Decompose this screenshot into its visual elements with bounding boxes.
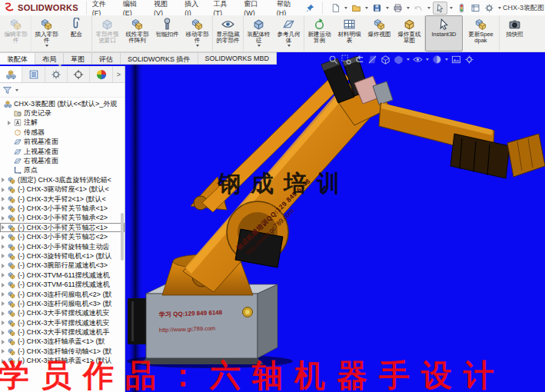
expand-arrow-icon[interactable] [2, 273, 5, 277]
tree-item-component[interactable]: (-) CHX-3小手臂关节轴芯<2> [0, 232, 125, 241]
dropdown-caret-icon[interactable] [45, 45, 48, 47]
assembly-features-button[interactable]: 装配体特征 [244, 15, 274, 52]
apply-scene-icon[interactable] [451, 55, 461, 65]
tree-item-origin[interactable]: 原点 [0, 166, 125, 175]
expand-arrow-icon[interactable] [2, 235, 5, 240]
panel-tab-display-manager[interactable] [90, 66, 112, 82]
tree-item-component[interactable]: (-) CHX-3小手臂关节轴承<1> [0, 204, 125, 213]
expand-arrow-icon[interactable] [2, 244, 5, 249]
hide-show-items-icon[interactable] [413, 55, 423, 65]
robot-assembly-model[interactable]: 学习 QQ:129 849 6148 http://www.gc789.com … [125, 52, 545, 392]
dropdown-caret-icon[interactable] [287, 45, 291, 47]
options-button[interactable] [483, 2, 496, 14]
expand-arrow-icon[interactable] [2, 216, 5, 221]
dropdown-caret-icon[interactable] [15, 89, 18, 91]
expand-arrow-icon[interactable] [2, 188, 5, 192]
update-speedpak-button[interactable]: 更新Speedpak [463, 15, 500, 52]
mate-button[interactable]: 配合 [61, 15, 92, 52]
pin-toolbar-icon[interactable] [306, 3, 314, 13]
tree-item-component[interactable]: (-) CHX-3大手臂摆线减速机安 [0, 318, 125, 327]
expand-arrow-icon[interactable] [2, 264, 5, 268]
command-tab[interactable]: 装配体 [0, 52, 35, 65]
tree-root-item[interactable]: CHX-3装配图 (默认<<默认>_外观 [0, 99, 125, 108]
end-effector-cap[interactable] [507, 134, 545, 177]
expand-arrow-icon[interactable] [2, 283, 5, 287]
tree-item-component[interactable]: (-) CHX-3小手臂旋转轴主动齿 [0, 242, 125, 251]
command-tab[interactable]: SOLIDWORKS MBD [198, 52, 277, 65]
command-tab[interactable]: 布局 [35, 52, 64, 65]
dropdown-caret-icon[interactable] [426, 58, 429, 61]
zoom-fit-icon[interactable] [328, 55, 338, 65]
panel-tab-feature-manager[interactable] [22, 66, 45, 82]
take-snapshot-button[interactable]: 拍快照 [500, 15, 530, 52]
command-tab[interactable]: SOLIDWORKS 插件 [121, 52, 198, 65]
expand-arrow-icon[interactable] [2, 301, 5, 306]
dropdown-caret-icon[interactable] [258, 45, 261, 47]
exploded-view-button[interactable]: 爆炸视图 [364, 15, 394, 52]
tree-scrollbar-thumb[interactable] [121, 213, 124, 261]
save-button[interactable] [371, 2, 384, 14]
dropdown-caret-icon[interactable] [407, 58, 410, 61]
end-effector[interactable] [450, 134, 510, 178]
view-settings-icon[interactable] [464, 55, 474, 65]
expand-arrow-icon[interactable] [2, 349, 5, 354]
rebuild-button[interactable] [455, 2, 468, 14]
robot-forearm[interactable] [379, 103, 545, 178]
tree-item-front-plane[interactable]: 前视基准面 [0, 138, 125, 147]
dropdown-caret-icon[interactable] [386, 7, 389, 9]
tree-item-component[interactable]: (-) CHX-3大手臂摆线减速机安 [0, 309, 125, 318]
new-motion-study-button[interactable]: 新建运动算例 [304, 15, 334, 52]
tree-item-component[interactable]: (-) CHX-3大手臂摆线减速机手 [0, 327, 125, 337]
explode-line-sketch-button[interactable]: 爆炸直线草图 [394, 15, 425, 52]
tree-item-component[interactable]: (-) CHX-3连杆伺服电机<2> (默 [0, 290, 125, 299]
expand-arrow-icon[interactable] [2, 292, 5, 297]
dropdown-caret-icon[interactable] [196, 45, 199, 47]
zoom-area-icon[interactable] [341, 55, 351, 65]
move-component-button[interactable]: 移动零部件 [182, 15, 213, 52]
expand-arrow-icon[interactable] [2, 197, 5, 201]
dropdown-caret-icon[interactable] [344, 7, 347, 9]
robot-base[interactable]: 学习 QQ:129 849 6148 http://www.gc789.com [127, 284, 293, 368]
smart-fasteners-button[interactable]: 智能扣件 [152, 15, 182, 52]
tree-item-component[interactable]: (-) CHX-3连杆轴承盖<1> (默认 [0, 357, 125, 366]
tree-item-component[interactable]: (-) CHX-3小手臂关节轴芯<1> [0, 223, 125, 232]
dropdown-caret-icon[interactable] [365, 7, 368, 9]
insert-component-button[interactable]: 插入零部件 [32, 15, 61, 52]
expand-arrow-icon[interactable] [2, 340, 5, 344]
dropdown-caret-icon[interactable] [427, 7, 430, 9]
dropdown-caret-icon[interactable] [407, 7, 410, 9]
expand-arrow-icon[interactable] [2, 331, 5, 335]
tree-item-component[interactable]: (-) CHX-3大手臂2<1> (默认< [0, 194, 125, 204]
show-hidden-components-button[interactable]: 显示隐藏的零部件 [213, 15, 244, 52]
tree-item-history[interactable]: 历史记录 [0, 108, 125, 118]
panel-tab-property-manager[interactable] [45, 66, 68, 82]
tree-item-component[interactable]: (-) CHX-3TVM-611摆线减速机 [0, 271, 125, 280]
new-document-button[interactable] [329, 2, 342, 14]
display-style-icon[interactable] [394, 55, 404, 65]
print-button[interactable] [391, 2, 404, 14]
expand-arrow-icon[interactable] [2, 178, 5, 182]
tree-item-component[interactable]: (-) CHX-3TVM-611摆线减速机 [0, 280, 125, 289]
view-orientation-icon[interactable] [381, 55, 390, 65]
edit-appearance-icon[interactable] [432, 55, 442, 65]
reference-geometry-button[interactable]: 参考几何体 [274, 15, 304, 52]
command-tab[interactable]: 草图 [64, 52, 92, 65]
open-document-button[interactable] [350, 2, 363, 14]
tree-item-component[interactable]: (-) CHX-3腕部行星减速机<3> [0, 261, 125, 271]
tree-item-component[interactable]: (-) CHX-3连杆伺服电机<3> (默 [0, 299, 125, 308]
filter-funnel-icon[interactable] [2, 85, 12, 95]
tree-item-component[interactable]: (固定) CHX-3底盘旋转涡轮箱< [0, 175, 125, 184]
tree-item-top-plane[interactable]: 上视基准面 [0, 147, 125, 156]
expand-arrow-icon[interactable] [2, 206, 5, 211]
tree-item-component[interactable]: (-) CHX-3驱动臂座<1> (默认< [0, 185, 125, 194]
expand-arrow-icon[interactable] [2, 359, 5, 364]
panel-expand-chevron-icon[interactable]: > [113, 66, 125, 82]
expand-arrow-icon[interactable] [8, 121, 11, 125]
linear-component-pattern-button[interactable]: 线性零部件阵列 [122, 15, 152, 52]
tree-item-component[interactable]: (-) CHX-3连杆轴承盖<1> (默 [0, 337, 125, 347]
tree-item-sensors[interactable]: 传感器 [0, 128, 125, 137]
panel-tab-assembly-manager[interactable] [0, 66, 22, 82]
expand-arrow-icon[interactable] [2, 311, 5, 316]
instant3d-button[interactable]: Instant3D [425, 15, 463, 51]
bill-of-materials-button[interactable]: 材料明细表 [334, 15, 364, 52]
